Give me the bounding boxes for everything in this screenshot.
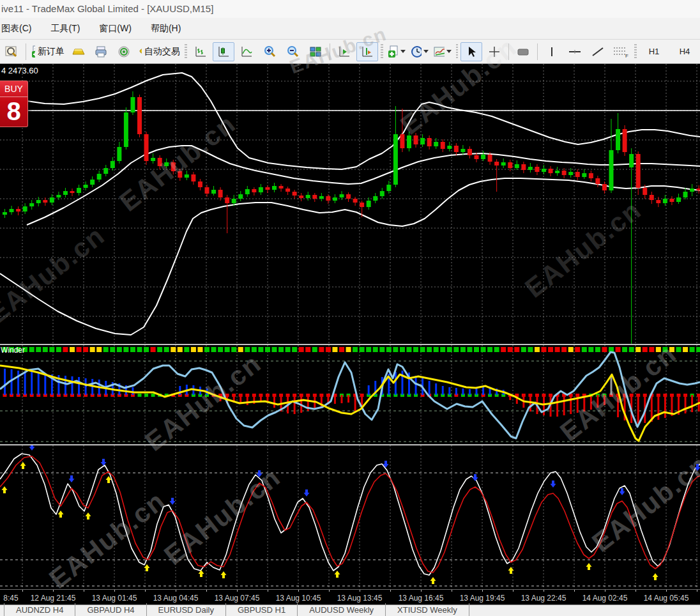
print-preview-button[interactable] — [91, 42, 112, 61]
chart-tab-1[interactable]: GBPAUD H4 — [75, 603, 146, 616]
axis-tick — [298, 590, 299, 592]
new-order-label: 新订单 — [38, 46, 65, 58]
horizontal-line-icon — [568, 45, 582, 58]
gold-bar-icon — [72, 45, 86, 58]
chart-tab-0[interactable]: AUDNZD H4 — [4, 603, 75, 616]
axis-tick — [482, 590, 483, 592]
axis-tick — [84, 590, 84, 592]
autotrade-icon — [139, 45, 142, 58]
winder-indicator-chart — [0, 345, 700, 444]
toolbar: 新订单 自动交易 — [0, 40, 700, 64]
axis-label-10: 14 Aug 02:45 — [582, 594, 628, 603]
chart-shift-button[interactable] — [356, 42, 378, 61]
axis-tick — [605, 590, 605, 592]
new-order-button[interactable]: 新订单 — [29, 42, 66, 61]
auto-scroll-button[interactable] — [333, 42, 355, 61]
chart-shift-icon — [361, 45, 374, 58]
axis-tick — [360, 590, 360, 592]
autotrade-button[interactable]: 自动交易 — [137, 42, 182, 61]
menu-item-0[interactable]: 图表(C) — [0, 23, 40, 35]
dropdown-caret-icon — [446, 50, 452, 53]
dropdown-caret-icon — [423, 50, 429, 53]
clock-icon — [411, 45, 422, 58]
zoom-in-icon — [263, 45, 276, 58]
svg-text:F: F — [625, 53, 628, 58]
cursor-arrow-icon — [466, 45, 477, 58]
chart-tab-5[interactable]: XTIUSD Weekly — [385, 603, 469, 616]
axis-tick — [513, 590, 514, 592]
indicators-icon — [434, 45, 445, 58]
toolbar-separator — [330, 43, 330, 60]
line-chart-button[interactable] — [236, 42, 257, 61]
axis-tick — [145, 590, 146, 592]
signal-button[interactable] — [114, 42, 135, 61]
menu-item-2[interactable]: 窗口(W) — [98, 23, 141, 35]
main-chart-pane[interactable] — [0, 64, 700, 344]
axis-tick — [237, 590, 238, 592]
buy-label: BUY — [0, 81, 27, 97]
zoom-out-button[interactable] — [282, 42, 303, 61]
crosshair-icon — [488, 45, 501, 58]
trendline-icon — [591, 45, 605, 58]
timeframe-h4-button[interactable]: H4 — [670, 42, 699, 61]
candlestick-chart-button[interactable] — [213, 42, 234, 61]
dropdown-caret-icon — [400, 50, 406, 53]
bar-chart-icon — [194, 45, 207, 58]
crosshair-button[interactable] — [483, 42, 505, 61]
axis-tick — [452, 590, 452, 592]
chart-tab-4[interactable]: AUDUSD Weekly — [297, 603, 385, 616]
axis-label-4: 13 Aug 07:45 — [215, 594, 260, 603]
winder-indicator-pane[interactable] — [0, 345, 700, 444]
axis-label-6: 13 Aug 13:45 — [337, 594, 383, 603]
toolbar-separator — [26, 43, 26, 60]
printer-icon — [95, 45, 109, 58]
axis-tick — [176, 590, 176, 592]
menu-item-3[interactable]: 帮助(H) — [149, 23, 190, 35]
vertical-line-button[interactable] — [541, 42, 563, 61]
templates-button[interactable] — [386, 42, 407, 61]
signal-radar-icon — [118, 45, 132, 58]
zoom-in-button[interactable] — [259, 42, 280, 61]
bar-chart-button[interactable] — [190, 42, 211, 61]
rectangle-tool-button[interactable] — [512, 42, 534, 61]
rectangle-icon — [516, 45, 530, 58]
axis-tick — [206, 590, 207, 592]
axis-tick — [268, 590, 268, 592]
oscillator-indicator-pane[interactable] — [0, 445, 700, 589]
axis-tick — [666, 590, 667, 592]
chart-zoom-button[interactable] — [1, 42, 22, 61]
axis-tick — [697, 590, 697, 592]
toolbar-drag-handle[interactable] — [634, 44, 637, 59]
candlestick-chart — [0, 64, 700, 344]
toolbar-drag-handle[interactable] — [456, 44, 459, 59]
one-click-buy-button[interactable]: BUY 8 — [0, 81, 28, 127]
menu-item-1[interactable]: 工具(T) — [49, 23, 89, 35]
cursor-button[interactable] — [460, 42, 482, 61]
tile-windows-icon — [309, 45, 322, 58]
axis-label-0: 8:45 — [3, 594, 18, 603]
indicator-name-label: Winder — [1, 346, 25, 355]
trendline-button[interactable] — [587, 42, 609, 61]
periods-button[interactable] — [409, 42, 430, 61]
toolbar-drag-handle[interactable] — [381, 44, 383, 59]
axis-label-1: 12 Aug 21:45 — [31, 594, 76, 603]
axis-tick — [574, 590, 575, 592]
zoom-out-icon — [286, 45, 299, 58]
horizontal-line-button[interactable] — [564, 42, 586, 61]
axis-tick — [421, 590, 422, 592]
fibonacci-button[interactable]: F — [610, 42, 632, 61]
tile-windows-button[interactable] — [305, 42, 326, 61]
axis-tick — [329, 590, 330, 592]
axis-label-7: 13 Aug 16:45 — [399, 594, 444, 603]
timeframe-h1-button[interactable]: H1 — [639, 42, 669, 61]
toolbar-drag-handle[interactable] — [185, 44, 187, 59]
oscillator-chart — [0, 445, 700, 589]
indicators-button[interactable] — [432, 42, 453, 61]
window-title: ive11 - TradeMax Global Limited - [XAUUS… — [0, 0, 700, 18]
chart-tab-3[interactable]: GBPUSD H1 — [225, 603, 297, 616]
chart-tab-2[interactable]: EURUSD Daily — [146, 603, 225, 616]
gold-bar-button[interactable] — [68, 42, 89, 61]
fibonacci-icon: F — [612, 45, 629, 58]
chart-tabs-bar: AUDNZD H4GBPAUD H4EURUSD DailyGBPUSD H1A… — [0, 604, 700, 616]
axis-label-3: 13 Aug 04:45 — [153, 594, 199, 603]
